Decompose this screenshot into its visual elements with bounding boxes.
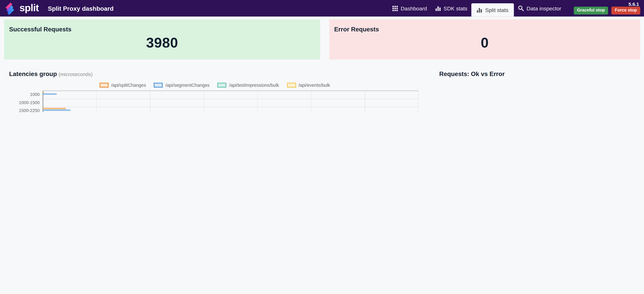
nav-item-label: Data inspector [526, 5, 561, 11]
chart-legend: /api/splitChanges /api/segmentChanges /a… [4, 82, 426, 88]
stop-buttons: Graceful stopForce stop [574, 7, 640, 15]
stat-cards: Successful Requests 3980 Error Requests … [0, 17, 644, 60]
nav-item-split-stats[interactable]: Split stats [472, 3, 514, 17]
successful-requests-value: 3980 [9, 35, 315, 51]
charts-section: Latencies group (microseconds) /api/spli… [0, 70, 644, 112]
split-proxy-dashboard: split Split Proxy dashboard Dashboard SD… [0, 0, 644, 112]
error-requests-card: Error Requests 0 [329, 20, 640, 60]
graceful-stop-button[interactable]: Graceful stop [574, 7, 608, 15]
nav-item-dashboard[interactable]: Dashboard [388, 0, 431, 17]
chart-row [42, 107, 418, 112]
bar-chart-icon [435, 6, 440, 11]
bar--api-segmentChanges [42, 93, 56, 95]
plot-area [42, 91, 418, 112]
version-label: 5.6.1 [628, 2, 639, 7]
split-logo-icon [5, 2, 16, 15]
bar--api-splitChanges [42, 92, 44, 93]
legend-item--api-segmentChanges[interactable]: /api/segmentChanges [154, 83, 210, 88]
legend-color-box [100, 83, 109, 88]
y-axis-labels: 10001000-15001500-22502250-33753375-5063… [4, 91, 42, 112]
plot-area-wrap: 0200400600800100012001400 [42, 91, 418, 112]
nav-item-label: Dashboard [401, 5, 427, 11]
legend-item--api-events-bulk[interactable]: /api/events/bulk [287, 83, 330, 88]
legend-label: /api/testImpressions/bulk [229, 83, 279, 88]
legend-item--api-splitChanges[interactable]: /api/splitChanges [100, 83, 146, 88]
bar--api-splitChanges [42, 108, 66, 109]
error-requests-title: Error Requests [334, 26, 635, 33]
navbar: split Split Proxy dashboard Dashboard SD… [0, 0, 644, 17]
latencies-title: Latencies group (microseconds) [4, 70, 426, 78]
requests-chart-title: Requests: Ok vs Error [426, 70, 518, 78]
chart-row [42, 91, 418, 99]
page-title: Split Proxy dashboard [48, 5, 114, 12]
legend-color-box [218, 83, 227, 88]
latencies-chart-block: Latencies group (microseconds) /api/spli… [4, 70, 426, 112]
chart-row [42, 99, 418, 107]
error-requests-value: 0 [334, 35, 635, 51]
y-axis-label: 1000 [4, 91, 42, 99]
bar--api-segmentChanges [42, 110, 70, 111]
nav-item-label: Split stats [485, 7, 508, 13]
requests-chart-block: Requests: Ok vs Error [426, 70, 518, 78]
nav-item-data-inspector[interactable]: Data inspector [514, 0, 565, 17]
legend-item--api-testImpressions-bulk[interactable]: /api/testImpressions/bulk [218, 83, 279, 88]
successful-requests-card: Successful Requests 3980 [4, 20, 320, 60]
legend-color-box [154, 83, 163, 88]
y-axis-label: 1000-1500 [4, 99, 42, 107]
nav-item-label: SDK stats [444, 5, 467, 11]
y-axis-label: 1500-2250 [4, 107, 42, 112]
successful-requests-title: Successful Requests [9, 26, 315, 33]
brand-name: split [20, 3, 39, 13]
legend-color-box [287, 83, 296, 88]
bar-chart-icon [477, 7, 482, 13]
legend-label: /api/splitChanges [111, 83, 146, 88]
latencies-bar-chart: 10001000-15001500-22502250-33753375-5063… [4, 91, 426, 112]
brand: split [5, 2, 39, 15]
legend-label: /api/segmentChanges [166, 83, 210, 88]
legend-label: /api/events/bulk [298, 83, 330, 88]
nav-menu: Dashboard SDK stats Split stats Data ins… [388, 0, 640, 17]
search-icon [518, 5, 524, 11]
nav-item-sdk-stats[interactable]: SDK stats [431, 0, 472, 17]
latencies-title-unit: (microseconds) [59, 72, 92, 77]
grid-icon [392, 6, 398, 11]
latencies-title-text: Latencies group [9, 70, 57, 78]
force-stop-button[interactable]: Force stop [612, 7, 640, 15]
